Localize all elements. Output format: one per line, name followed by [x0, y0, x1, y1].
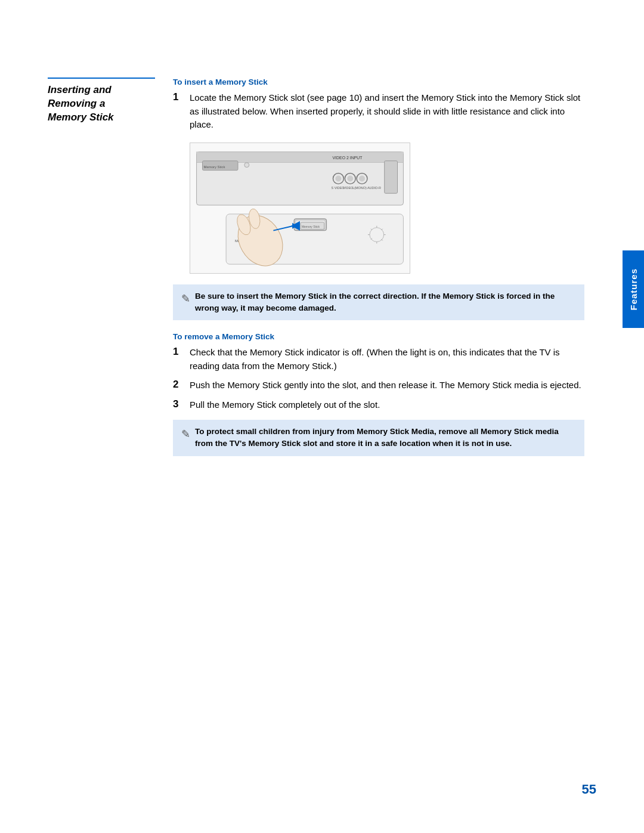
- insert-subsection: To insert a Memory Stick 1 Locate the Me…: [173, 78, 584, 320]
- svg-text:VIDEO: VIDEO: [343, 186, 353, 190]
- page-number: 55: [582, 782, 596, 797]
- remove-step-2: 2 Push the Memory Stick gently into the …: [173, 379, 584, 392]
- illustration: VIDEO 2 INPUT S VIDEO VIDEO L(MONO) AUDI…: [190, 143, 410, 274]
- insert-note: ✎ Be sure to insert the Memory Stick in …: [173, 284, 584, 321]
- remove-step-3: 3 Pull the Memory Stick completely out o…: [173, 398, 584, 412]
- svg-point-4: [335, 175, 341, 181]
- svg-text:Memory Stick: Memory Stick: [203, 165, 225, 168]
- remove-subsection: To remove a Memory Stick 1 Check that th…: [173, 332, 584, 456]
- svg-text:Memory Stick: Memory Stick: [302, 225, 320, 228]
- remove-note: ✎ To protect small children from injury …: [173, 420, 584, 456]
- remove-note-icon: ✎: [181, 426, 190, 442]
- remove-subsection-title: To remove a Memory Stick: [173, 332, 584, 341]
- section-title: Inserting and Removing a Memory Stick: [48, 78, 155, 125]
- features-tab: Features: [623, 250, 644, 328]
- svg-text:L(MONO) AUDIO-R: L(MONO) AUDIO-R: [352, 186, 381, 190]
- insert-note-text: Be sure to insert the Memory Stick in th…: [195, 290, 576, 315]
- insert-subsection-title: To insert a Memory Stick: [173, 78, 584, 86]
- svg-text:VIDEO 2 INPUT: VIDEO 2 INPUT: [333, 155, 363, 159]
- remove-step-1: 1 Check that the Memory Stick indicator …: [173, 346, 584, 373]
- insert-step-1: 1 Locate the Memory Stick slot (see page…: [173, 91, 584, 132]
- svg-point-14: [244, 162, 249, 167]
- remove-note-text: To protect small children from injury fr…: [195, 426, 576, 450]
- svg-point-6: [347, 175, 353, 181]
- svg-point-8: [359, 175, 365, 181]
- features-tab-label: Features: [628, 268, 639, 311]
- svg-rect-15: [385, 160, 398, 193]
- note-icon: ✎: [181, 291, 190, 307]
- svg-text:S VIDEO: S VIDEO: [332, 186, 345, 190]
